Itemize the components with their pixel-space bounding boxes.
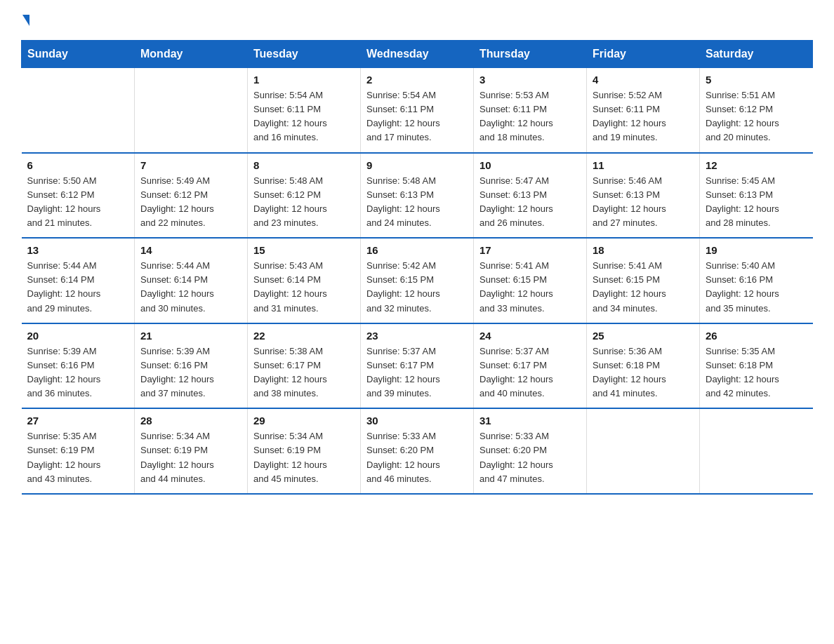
day-number: 23	[366, 330, 468, 342]
calendar-cell	[22, 68, 135, 153]
weekday-header-friday: Friday	[587, 41, 700, 68]
day-number: 15	[253, 244, 355, 256]
calendar-cell: 25Sunrise: 5:36 AM Sunset: 6:18 PM Dayli…	[587, 323, 700, 409]
day-info: Sunrise: 5:46 AM Sunset: 6:13 PM Dayligh…	[593, 174, 694, 231]
day-number: 25	[593, 330, 694, 342]
day-number: 14	[140, 244, 241, 256]
day-number: 30	[366, 415, 468, 427]
day-info: Sunrise: 5:41 AM Sunset: 6:15 PM Dayligh…	[593, 259, 694, 316]
day-number: 18	[593, 244, 694, 256]
calendar-cell: 7Sunrise: 5:49 AM Sunset: 6:12 PM Daylig…	[135, 153, 248, 239]
day-number: 5	[706, 74, 807, 86]
logo-triangle-icon	[22, 15, 29, 26]
day-number: 21	[140, 330, 241, 342]
calendar-header: SundayMondayTuesdayWednesdayThursdayFrid…	[22, 41, 813, 68]
logo	[21, 14, 29, 26]
day-info: Sunrise: 5:39 AM Sunset: 6:16 PM Dayligh…	[140, 344, 241, 401]
weekday-header-monday: Monday	[135, 41, 248, 68]
calendar-cell: 30Sunrise: 5:33 AM Sunset: 6:20 PM Dayli…	[361, 408, 474, 494]
calendar-cell	[587, 408, 700, 494]
calendar-cell: 19Sunrise: 5:40 AM Sunset: 6:16 PM Dayli…	[700, 238, 813, 323]
calendar-cell: 12Sunrise: 5:45 AM Sunset: 6:13 PM Dayli…	[700, 153, 813, 239]
calendar-cell: 9Sunrise: 5:48 AM Sunset: 6:13 PM Daylig…	[361, 153, 474, 239]
calendar-body: 1Sunrise: 5:54 AM Sunset: 6:11 PM Daylig…	[22, 68, 813, 494]
day-info: Sunrise: 5:35 AM Sunset: 6:19 PM Dayligh…	[27, 429, 129, 486]
day-number: 17	[479, 244, 581, 256]
calendar-cell: 18Sunrise: 5:41 AM Sunset: 6:15 PM Dayli…	[587, 238, 700, 323]
day-info: Sunrise: 5:45 AM Sunset: 6:13 PM Dayligh…	[706, 174, 807, 231]
day-number: 3	[479, 74, 581, 86]
day-info: Sunrise: 5:49 AM Sunset: 6:12 PM Dayligh…	[140, 174, 241, 231]
day-number: 10	[479, 159, 581, 171]
day-info: Sunrise: 5:38 AM Sunset: 6:17 PM Dayligh…	[253, 344, 355, 401]
day-info: Sunrise: 5:35 AM Sunset: 6:18 PM Dayligh…	[706, 344, 807, 401]
day-info: Sunrise: 5:37 AM Sunset: 6:17 PM Dayligh…	[479, 344, 581, 401]
day-info: Sunrise: 5:39 AM Sunset: 6:16 PM Dayligh…	[27, 344, 129, 401]
day-info: Sunrise: 5:42 AM Sunset: 6:15 PM Dayligh…	[366, 259, 468, 316]
day-number: 4	[593, 74, 694, 86]
calendar-cell: 1Sunrise: 5:54 AM Sunset: 6:11 PM Daylig…	[248, 68, 361, 153]
day-number: 29	[253, 415, 355, 427]
day-number: 26	[706, 330, 807, 342]
day-number: 16	[366, 244, 468, 256]
calendar-cell: 11Sunrise: 5:46 AM Sunset: 6:13 PM Dayli…	[587, 153, 700, 239]
calendar-cell: 4Sunrise: 5:52 AM Sunset: 6:11 PM Daylig…	[587, 68, 700, 153]
day-info: Sunrise: 5:36 AM Sunset: 6:18 PM Dayligh…	[593, 344, 694, 401]
day-number: 24	[479, 330, 581, 342]
calendar-cell: 3Sunrise: 5:53 AM Sunset: 6:11 PM Daylig…	[474, 68, 587, 153]
day-info: Sunrise: 5:47 AM Sunset: 6:13 PM Dayligh…	[479, 174, 581, 231]
weekday-header-sunday: Sunday	[22, 41, 135, 68]
calendar-table: SundayMondayTuesdayWednesdayThursdayFrid…	[21, 40, 813, 495]
calendar-cell: 22Sunrise: 5:38 AM Sunset: 6:17 PM Dayli…	[248, 323, 361, 409]
day-number: 1	[253, 74, 355, 86]
day-info: Sunrise: 5:53 AM Sunset: 6:11 PM Dayligh…	[479, 88, 581, 145]
day-info: Sunrise: 5:34 AM Sunset: 6:19 PM Dayligh…	[253, 429, 355, 486]
day-info: Sunrise: 5:33 AM Sunset: 6:20 PM Dayligh…	[479, 429, 581, 486]
calendar-cell: 10Sunrise: 5:47 AM Sunset: 6:13 PM Dayli…	[474, 153, 587, 239]
weekday-header-saturday: Saturday	[700, 41, 813, 68]
day-number: 2	[366, 74, 468, 86]
day-info: Sunrise: 5:44 AM Sunset: 6:14 PM Dayligh…	[27, 259, 129, 316]
calendar-cell	[135, 68, 248, 153]
weekday-header-tuesday: Tuesday	[248, 41, 361, 68]
calendar-cell	[700, 408, 813, 494]
calendar-cell: 24Sunrise: 5:37 AM Sunset: 6:17 PM Dayli…	[474, 323, 587, 409]
day-number: 27	[27, 415, 129, 427]
calendar-cell: 23Sunrise: 5:37 AM Sunset: 6:17 PM Dayli…	[361, 323, 474, 409]
day-number: 8	[253, 159, 355, 171]
day-info: Sunrise: 5:48 AM Sunset: 6:13 PM Dayligh…	[366, 174, 468, 231]
calendar-cell: 29Sunrise: 5:34 AM Sunset: 6:19 PM Dayli…	[248, 408, 361, 494]
calendar-week-row: 13Sunrise: 5:44 AM Sunset: 6:14 PM Dayli…	[22, 238, 813, 323]
day-info: Sunrise: 5:40 AM Sunset: 6:16 PM Dayligh…	[706, 259, 807, 316]
day-number: 12	[706, 159, 807, 171]
calendar-cell: 28Sunrise: 5:34 AM Sunset: 6:19 PM Dayli…	[135, 408, 248, 494]
day-info: Sunrise: 5:43 AM Sunset: 6:14 PM Dayligh…	[253, 259, 355, 316]
day-number: 28	[140, 415, 241, 427]
calendar-cell: 21Sunrise: 5:39 AM Sunset: 6:16 PM Dayli…	[135, 323, 248, 409]
day-number: 7	[140, 159, 241, 171]
calendar-cell: 15Sunrise: 5:43 AM Sunset: 6:14 PM Dayli…	[248, 238, 361, 323]
calendar-cell: 26Sunrise: 5:35 AM Sunset: 6:18 PM Dayli…	[700, 323, 813, 409]
day-info: Sunrise: 5:33 AM Sunset: 6:20 PM Dayligh…	[366, 429, 468, 486]
day-number: 22	[253, 330, 355, 342]
weekday-header-thursday: Thursday	[474, 41, 587, 68]
weekday-header-wednesday: Wednesday	[361, 41, 474, 68]
weekday-header-row: SundayMondayTuesdayWednesdayThursdayFrid…	[22, 41, 813, 68]
day-info: Sunrise: 5:51 AM Sunset: 6:12 PM Dayligh…	[706, 88, 807, 145]
calendar-week-row: 27Sunrise: 5:35 AM Sunset: 6:19 PM Dayli…	[22, 408, 813, 494]
calendar-cell: 2Sunrise: 5:54 AM Sunset: 6:11 PM Daylig…	[361, 68, 474, 153]
day-info: Sunrise: 5:54 AM Sunset: 6:11 PM Dayligh…	[366, 88, 468, 145]
day-info: Sunrise: 5:34 AM Sunset: 6:19 PM Dayligh…	[140, 429, 241, 486]
calendar-cell: 20Sunrise: 5:39 AM Sunset: 6:16 PM Dayli…	[22, 323, 135, 409]
day-info: Sunrise: 5:44 AM Sunset: 6:14 PM Dayligh…	[140, 259, 241, 316]
calendar-week-row: 1Sunrise: 5:54 AM Sunset: 6:11 PM Daylig…	[22, 68, 813, 153]
calendar-cell: 5Sunrise: 5:51 AM Sunset: 6:12 PM Daylig…	[700, 68, 813, 153]
calendar-cell: 13Sunrise: 5:44 AM Sunset: 6:14 PM Dayli…	[22, 238, 135, 323]
day-number: 11	[593, 159, 694, 171]
calendar-week-row: 6Sunrise: 5:50 AM Sunset: 6:12 PM Daylig…	[22, 153, 813, 239]
day-info: Sunrise: 5:48 AM Sunset: 6:12 PM Dayligh…	[253, 174, 355, 231]
calendar-cell: 14Sunrise: 5:44 AM Sunset: 6:14 PM Dayli…	[135, 238, 248, 323]
day-info: Sunrise: 5:37 AM Sunset: 6:17 PM Dayligh…	[366, 344, 468, 401]
calendar-cell: 31Sunrise: 5:33 AM Sunset: 6:20 PM Dayli…	[474, 408, 587, 494]
day-info: Sunrise: 5:52 AM Sunset: 6:11 PM Dayligh…	[593, 88, 694, 145]
